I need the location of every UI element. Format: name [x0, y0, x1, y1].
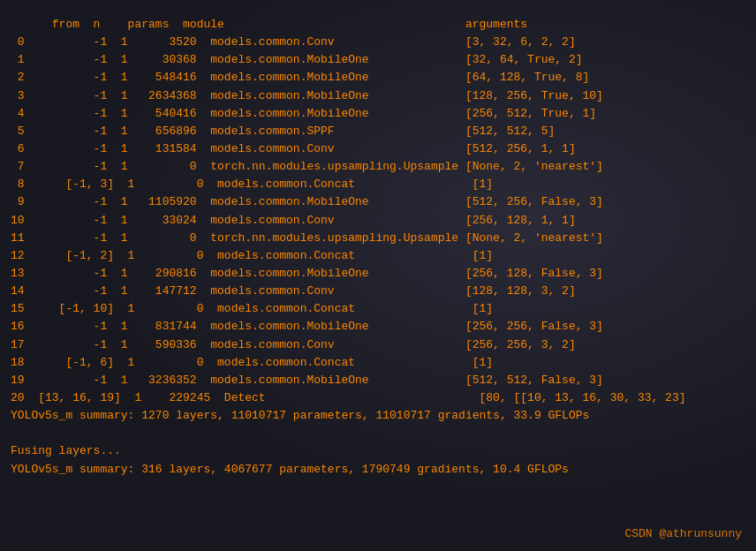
row-10: 10 -1 1 33024 models.common.Conv [256, 1…: [11, 214, 576, 227]
row-6: 6 -1 1 131584 models.common.Conv [512, 2…: [11, 142, 576, 155]
row-5: 5 -1 1 656896 models.common.SPPF [512, 5…: [11, 125, 555, 138]
summary2-line: YOLOv5s_m summary: 316 layers, 4067677 p…: [11, 463, 569, 476]
row-2: 2 -1 1 548416 models.common.MobileOne [6…: [11, 71, 589, 84]
blank-line: [11, 426, 18, 440]
row-13: 13 -1 1 290816 models.common.MobileOne […: [11, 267, 603, 280]
row-18: 18 [-1, 6] 1 0 models.common.Concat [1]: [11, 356, 493, 369]
row-11: 11 -1 1 0 torch.nn.modules.upsampling.Up…: [11, 231, 603, 245]
row-20: 20 [13, 16, 19] 1 229245 Detect [80, [[1…: [11, 391, 686, 404]
row-17: 17 -1 1 590336 models.common.Conv [256, …: [11, 338, 576, 351]
watermark-label: CSDN @athrunsunny: [624, 527, 742, 540]
row-7: 7 -1 1 0 torch.nn.modules.upsampling.Ups…: [11, 160, 603, 173]
row-15: 15 [-1, 10] 1 0 models.common.Concat [1]: [11, 302, 493, 315]
terminal-window: from n params module arguments 0 -1 1 35…: [0, 0, 756, 551]
row-16: 16 -1 1 831744 models.common.MobileOne […: [11, 320, 603, 333]
row-4: 4 -1 1 540416 models.common.MobileOne [2…: [11, 107, 596, 120]
row-12: 12 [-1, 2] 1 0 models.common.Concat [1]: [11, 249, 493, 262]
row-3: 3 -1 1 2634368 models.common.MobileOne […: [11, 89, 603, 102]
row-9: 9 -1 1 1105920 models.common.MobileOne […: [11, 195, 603, 208]
terminal-content: from n params module arguments 0 -1 1 35…: [0, 9, 756, 486]
terminal-output: from n params module arguments 0 -1 1 35…: [11, 16, 745, 479]
row-0: 0 -1 1 3520 models.common.Conv [3, 32, 6…: [11, 35, 576, 49]
row-8: 8 [-1, 3] 1 0 models.common.Concat [1]: [11, 177, 493, 191]
summary1-line: YOLOv5s_m summary: 1270 layers, 11010717…: [11, 409, 589, 422]
row-19: 19 -1 1 3236352 models.common.MobileOne …: [11, 374, 603, 387]
row-14: 14 -1 1 147712 models.common.Conv [128, …: [11, 284, 576, 298]
header-line: from n params module arguments: [11, 18, 527, 31]
fusing-line: Fusing layers...: [11, 444, 121, 457]
row-1: 1 -1 1 30368 models.common.MobileOne [32…: [11, 53, 583, 66]
